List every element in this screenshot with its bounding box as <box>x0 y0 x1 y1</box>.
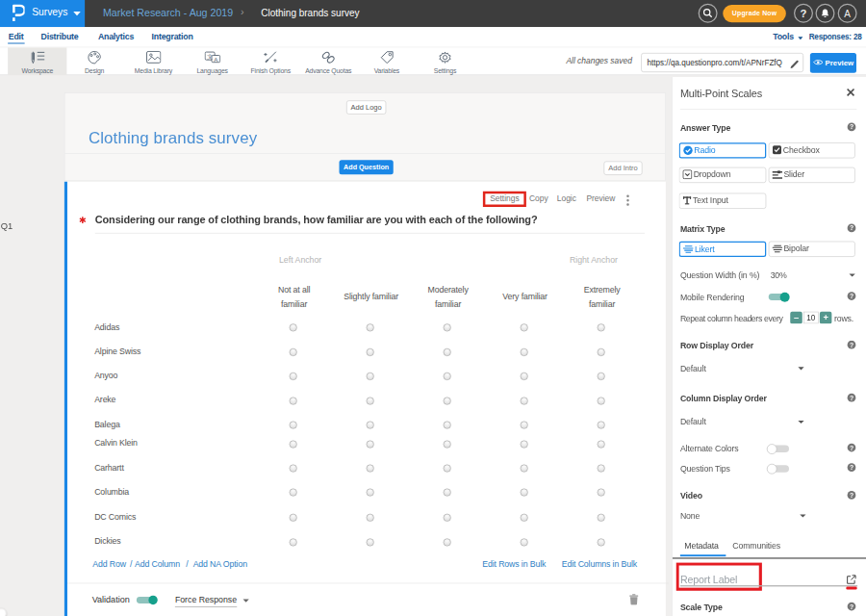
svg-text:文: 文 <box>207 53 213 60</box>
